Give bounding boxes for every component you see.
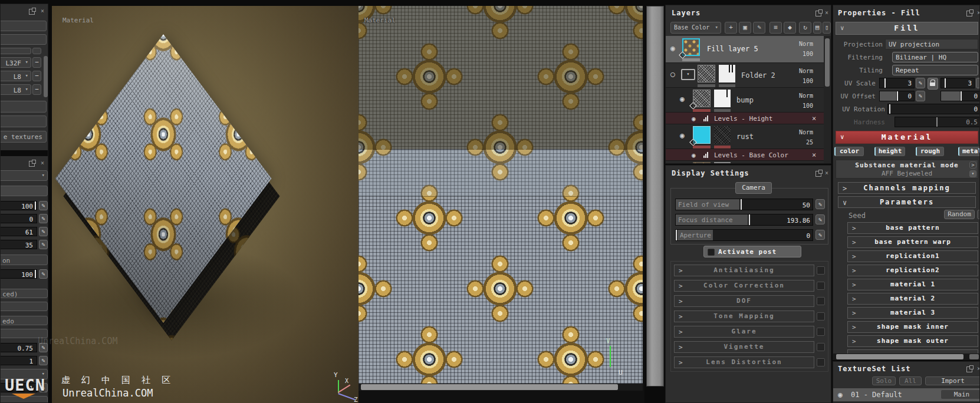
fill-section-header[interactable]: ∨ Fill — [836, 22, 978, 35]
section-checkbox[interactable] — [817, 297, 825, 305]
dock-dropdown-partial[interactable] — [0, 48, 31, 54]
pencil-icon[interactable]: ✎ — [916, 78, 925, 88]
close-icon[interactable]: × — [977, 366, 980, 372]
popout-icon[interactable] — [966, 366, 972, 372]
pencil-icon[interactable]: ✎ — [39, 201, 48, 210]
scrollbar-thumb-horizontal[interactable] — [361, 384, 618, 390]
mask-thumbnail[interactable] — [714, 90, 731, 107]
popout-icon[interactable] — [815, 11, 821, 16]
section-checkbox[interactable] — [817, 358, 825, 366]
shader-slider[interactable]: 1 — [0, 356, 37, 365]
group-shape-mask-outer[interactable]: > shape mask outer — [847, 335, 978, 347]
effect-row[interactable]: ◉ Levels - Base Color × — [666, 149, 824, 161]
layer-row[interactable]: ◉ rust Norm 25 — [666, 124, 824, 149]
textureset-row[interactable]: ◉ 01 - Default Main shader — [833, 388, 980, 401]
channel-color-button[interactable]: color — [834, 147, 864, 156]
shader-slider[interactable]: 0 — [0, 214, 37, 223]
remove-effect-icon[interactable]: × — [812, 151, 816, 159]
close-icon[interactable]: × — [977, 10, 980, 16]
dock-header-button[interactable] — [0, 186, 48, 196]
scrollbar-thumb-vertical[interactable] — [646, 6, 664, 387]
remove-channel-button[interactable] — [32, 48, 41, 54]
effect-name[interactable]: Levels - Base Color — [714, 151, 788, 159]
remove-channel-button[interactable]: − — [32, 84, 41, 95]
layer-name[interactable]: bump — [736, 96, 754, 104]
pencil-icon[interactable]: ✎ — [815, 199, 825, 209]
channel-format-dropdown[interactable]: L32F ▾ — [0, 57, 31, 68]
group-base-pattern[interactable]: > base pattern — [847, 222, 978, 234]
shader-slider[interactable]: 35 — [0, 240, 37, 249]
layer-blend-opacity[interactable]: Norm 100 — [787, 66, 813, 86]
add-stack-icon[interactable]: ≡ — [769, 22, 782, 34]
uv-scale-y-slider[interactable]: 3 — [940, 78, 975, 88]
dock-button[interactable] — [0, 302, 48, 311]
add-folder-icon[interactable]: ▤ — [813, 22, 821, 34]
layer-mini-slider[interactable] — [693, 146, 711, 148]
section-vignette[interactable]: > Vignette — [674, 341, 814, 353]
aperture-slider[interactable]: Aperture 0 — [675, 229, 813, 241]
layer-blend-opacity[interactable]: Norm 100 — [787, 39, 813, 59]
add-smart-material-icon[interactable]: ↻ — [799, 22, 811, 34]
layer-name[interactable]: rust — [736, 133, 754, 141]
seed-extra-button[interactable] — [977, 210, 980, 219]
channels-mapping-section[interactable]: > Channels mapping — [838, 182, 976, 194]
tab-camera[interactable]: Camera — [735, 182, 772, 194]
main-shader-button[interactable]: Main shader — [940, 389, 980, 399]
focus-distance-slider[interactable]: Focus distance 193.86 — [675, 214, 813, 226]
pencil-icon[interactable]: ✎ — [39, 356, 48, 365]
mask-mini-slider[interactable] — [714, 109, 731, 112]
eraser-icon[interactable]: ✎ — [753, 22, 765, 34]
close-icon[interactable]: × — [41, 8, 44, 14]
dock-button[interactable]: ced) — [0, 289, 48, 298]
visibility-icon[interactable]: ◉ — [680, 95, 685, 103]
close-icon[interactable]: × — [41, 160, 44, 166]
chevron-right-icon[interactable]: > — [969, 161, 976, 169]
hardness-slider[interactable]: 0.5 — [895, 117, 980, 127]
channel-metal-button[interactable]: metal — [958, 147, 980, 156]
group-material-1[interactable]: > material 1 — [847, 279, 978, 290]
radio-selected-icon[interactable]: ◉ — [838, 391, 843, 398]
layer-row[interactable]: ○ ▾ Folder 2 Norm 100 — [666, 63, 824, 88]
mask-mini-slider[interactable] — [719, 84, 735, 87]
pencil-icon[interactable]: ✎ — [815, 230, 825, 240]
section-lens-distortion[interactable]: > Lens Distortion — [674, 356, 814, 368]
section-checkbox[interactable] — [817, 266, 825, 275]
layer-name[interactable]: Folder 2 — [741, 71, 775, 80]
section-checkbox[interactable] — [817, 282, 825, 290]
dock-button[interactable] — [0, 115, 47, 127]
group-shape-mask-inner[interactable]: > shape mask inner — [847, 321, 978, 333]
layer-row[interactable]: ◉ bump Norm 100 — [666, 88, 824, 113]
close-icon[interactable]: × — [825, 10, 828, 16]
add-effect-icon[interactable]: + — [725, 22, 737, 34]
pencil-icon[interactable] — [976, 78, 980, 88]
group-material-3[interactable]: > material 3 — [847, 307, 978, 319]
pencil-icon[interactable]: ✎ — [916, 91, 925, 101]
uv-offset-x-slider[interactable]: 0 — [879, 91, 915, 101]
chann el-rough-button[interactable]: rough — [916, 147, 944, 156]
popout-icon[interactable] — [966, 11, 972, 16]
mask-mini-slider[interactable] — [714, 146, 731, 148]
visibility-icon[interactable]: ◉ — [692, 151, 696, 159]
substance-mode-box[interactable]: Substance material mode AFF Bejeweled > … — [836, 160, 978, 179]
texture-2d-view[interactable] — [359, 6, 643, 384]
all-button[interactable]: All — [899, 376, 922, 385]
visibility-icon[interactable]: ◉ — [670, 44, 675, 52]
remove-effect-icon[interactable]: × — [812, 114, 816, 123]
scrollbar-corner-button[interactable] — [969, 354, 979, 359]
scrollbar-thumb-horizontal[interactable] — [836, 354, 963, 359]
chevron-down-icon[interactable]: ▾ — [969, 170, 976, 177]
group-replication2[interactable]: > replication2 — [847, 265, 978, 276]
dock-button[interactable]: edo — [0, 316, 48, 325]
popout-icon[interactable] — [29, 9, 35, 15]
popout-icon[interactable] — [29, 161, 35, 167]
bake-textures-button[interactable]: e textures — [0, 131, 47, 143]
section-color-correction[interactable]: > Color Correction — [674, 280, 814, 292]
shader-slider[interactable]: 0.75 — [0, 343, 37, 352]
visibility-icon[interactable]: ○ — [670, 70, 675, 78]
layer-mini-slider[interactable] — [693, 109, 711, 112]
pencil-icon[interactable]: ✎ — [39, 227, 48, 236]
remove-channel-button[interactable]: − — [32, 71, 41, 81]
layer-name[interactable]: Fill layer 5 — [707, 45, 758, 53]
pencil-icon[interactable]: ✎ — [39, 269, 48, 279]
scrollbar-track-vertical[interactable] — [824, 36, 831, 164]
